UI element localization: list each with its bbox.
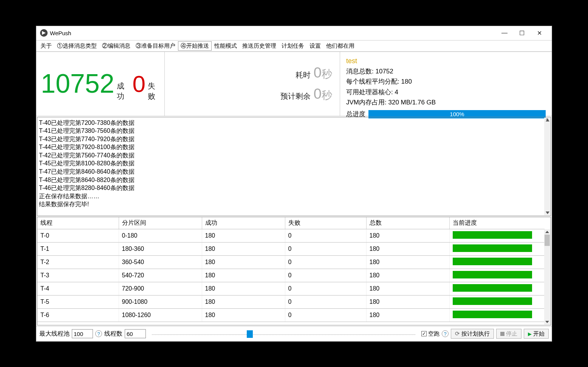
table-cell: 0 bbox=[285, 242, 366, 255]
stop-button[interactable]: 停止 bbox=[496, 329, 521, 339]
table-header[interactable]: 线程 bbox=[37, 217, 119, 229]
table-cell: 180-360 bbox=[119, 242, 202, 255]
table-cell: 180 bbox=[366, 308, 449, 322]
app-window: WePush — ☐ ✕ 关于①选择消息类型②编辑消息③准备目标用户④开始推送性… bbox=[36, 26, 552, 342]
tab-3[interactable]: ③准备目标用户 bbox=[133, 41, 178, 51]
tab-7[interactable]: 计划任务 bbox=[279, 41, 307, 51]
play-icon: ▶ bbox=[528, 331, 532, 337]
table-row[interactable]: T-4720-9001800180 bbox=[37, 282, 545, 295]
tab-2[interactable]: ②编辑消息 bbox=[99, 41, 133, 51]
cores-label: 可用处理器核心: bbox=[346, 89, 393, 96]
table-cell: 0 bbox=[285, 308, 366, 322]
table-cell: 540-720 bbox=[119, 269, 202, 282]
table-cell: 0 bbox=[285, 269, 366, 282]
tab-1[interactable]: ①选择消息类型 bbox=[54, 41, 99, 51]
tab-6[interactable]: 推送历史管理 bbox=[240, 41, 279, 51]
table-cell: 0 bbox=[285, 229, 366, 242]
remain-value: 0 bbox=[314, 86, 322, 102]
table-row[interactable]: T-1180-3601800180 bbox=[37, 242, 545, 255]
scroll-down-icon[interactable] bbox=[545, 321, 549, 323]
dryrun-label: 空跑 bbox=[428, 330, 439, 337]
log-line: T-43已处理完第7740-7920条的数据 bbox=[39, 135, 544, 143]
maximize-button[interactable]: ☐ bbox=[513, 27, 531, 39]
scroll-down-icon[interactable] bbox=[546, 211, 549, 214]
row-progress-bar bbox=[453, 297, 532, 305]
thread-table: 线程分片区间成功失败总数当前进度T-00-1801800180T-1180-36… bbox=[37, 217, 551, 325]
table-cell: 180 bbox=[366, 255, 449, 269]
tab-8[interactable]: 设置 bbox=[307, 41, 323, 51]
row-progress-bar bbox=[453, 284, 532, 292]
table-header[interactable]: 成功 bbox=[202, 217, 285, 229]
tab-0[interactable]: 关于 bbox=[38, 41, 54, 51]
dryrun-checkbox[interactable]: ✓ 空跑 bbox=[421, 330, 439, 337]
scrollbar-thumb[interactable] bbox=[545, 235, 550, 246]
log-scrollbar[interactable] bbox=[544, 118, 550, 215]
table-cell: 180 bbox=[202, 242, 285, 255]
test-name: test bbox=[346, 56, 546, 67]
progress-cell bbox=[449, 255, 545, 269]
table-header[interactable]: 分片区间 bbox=[119, 217, 202, 229]
elapsed-value: 0 bbox=[314, 65, 322, 81]
log-line: T-42已处理完第7560-7740条的数据 bbox=[39, 151, 544, 160]
menubar: 关于①选择消息类型②编辑消息③准备目标用户④开始推送性能模式推送历史管理计划任务… bbox=[36, 40, 552, 52]
tab-9[interactable]: 他们都在用 bbox=[323, 41, 357, 51]
schedule-button[interactable]: ⟳按计划执行 bbox=[451, 329, 494, 339]
thread-slider[interactable] bbox=[152, 329, 415, 338]
log-line: T-41已处理完第7380-7560条的数据 bbox=[39, 127, 544, 135]
stop-icon bbox=[500, 332, 504, 336]
table-cell: T-3 bbox=[37, 269, 119, 282]
table-cell: 180 bbox=[202, 269, 285, 282]
remain-label: 预计剩余 bbox=[280, 91, 311, 101]
progress-cell bbox=[449, 295, 545, 308]
table-row[interactable]: T-61080-12601800180 bbox=[37, 308, 545, 322]
jvm-label: JVM内存占用: bbox=[346, 99, 387, 106]
table-cell: 180 bbox=[202, 295, 285, 308]
table-cell: 0 bbox=[285, 282, 366, 295]
table-cell: 360-540 bbox=[119, 255, 202, 269]
scroll-up-icon[interactable] bbox=[545, 231, 549, 233]
cores-value: 4 bbox=[395, 89, 398, 96]
help-icon[interactable]: ? bbox=[95, 330, 102, 337]
log-line: T-44已处理完第7920-8100条的数据 bbox=[39, 143, 544, 151]
success-label: 成功 bbox=[117, 81, 127, 101]
table-header[interactable]: 当前进度 bbox=[449, 217, 545, 229]
table-header[interactable]: 失败 bbox=[285, 217, 366, 229]
jvm-value: 320 MB/1.76 GB bbox=[388, 99, 436, 106]
tab-5[interactable]: 性能模式 bbox=[212, 41, 240, 51]
titlebar: WePush — ☐ ✕ bbox=[36, 26, 552, 40]
svg-marker-0 bbox=[42, 31, 46, 35]
progress-cell bbox=[449, 269, 545, 282]
table-cell: T-0 bbox=[37, 229, 119, 242]
log-output[interactable]: T-40已处理完第7200-7380条的数据T-41已处理完第7380-7560… bbox=[37, 117, 551, 216]
footer-toolbar: 最大线程池 ? 线程数 ✓ 空跑 ? ⟳按计划执行 停止 ▶开始 bbox=[36, 326, 552, 341]
app-icon bbox=[40, 29, 48, 37]
start-button[interactable]: ▶开始 bbox=[524, 329, 549, 339]
progress-cell bbox=[449, 229, 545, 242]
stats-panel: 10752 成功 0 失败 耗时 0秒 预计剩余 0秒 test 消息总数: 1… bbox=[36, 52, 552, 116]
table-row[interactable]: T-5900-10801800180 bbox=[37, 295, 545, 308]
thread-count-input[interactable] bbox=[125, 329, 146, 338]
tab-4[interactable]: ④开始推送 bbox=[178, 41, 212, 51]
table-cell: 180 bbox=[366, 242, 449, 255]
progress-cell bbox=[449, 242, 545, 255]
table-row[interactable]: T-3540-7201800180 bbox=[37, 269, 545, 282]
slider-thumb[interactable] bbox=[247, 330, 253, 338]
help-icon[interactable]: ? bbox=[442, 330, 449, 337]
minimize-button[interactable]: — bbox=[496, 27, 513, 39]
table-cell: 180 bbox=[202, 282, 285, 295]
table-cell: 1080-1260 bbox=[119, 308, 202, 322]
scroll-up-icon[interactable] bbox=[546, 119, 549, 121]
table-header[interactable]: 总数 bbox=[366, 217, 449, 229]
table-cell: 180 bbox=[366, 282, 449, 295]
table-cell: 0 bbox=[285, 295, 366, 308]
table-row[interactable]: T-00-1801800180 bbox=[37, 229, 545, 242]
table-row[interactable]: T-2360-5401800180 bbox=[37, 255, 545, 269]
row-progress-bar bbox=[453, 271, 532, 278]
success-count: 10752 bbox=[41, 68, 115, 99]
table-scrollbar[interactable] bbox=[544, 229, 550, 325]
checkbox-icon: ✓ bbox=[421, 331, 427, 336]
close-button[interactable]: ✕ bbox=[531, 27, 548, 39]
max-pool-input[interactable] bbox=[72, 329, 93, 338]
refresh-icon: ⟳ bbox=[455, 330, 460, 337]
table-cell: T-2 bbox=[37, 255, 119, 269]
